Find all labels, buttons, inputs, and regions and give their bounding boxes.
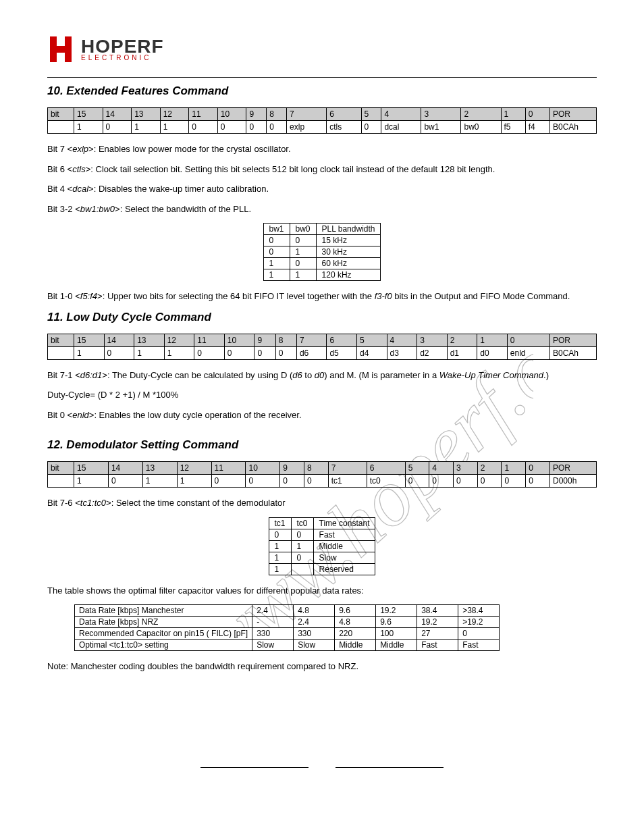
logo-main: HOPERF — [81, 37, 164, 56]
section-12-tc-table: tc1tc0Time constant00Fast11Middle10Slow1… — [269, 517, 376, 575]
svg-rect-3 — [50, 46, 72, 53]
logo: HOPERF ELECTRONIC — [47, 34, 597, 65]
section-10-bit-table: bit1514131211109876543210POR 10110000exl… — [47, 107, 597, 134]
section-11-formula: Duty-Cycle= (D * 2 +1) / M *100% — [47, 389, 597, 401]
section-10-bit4: Bit 4 <dcal>: Disables the wake-up timer… — [47, 183, 597, 195]
section-10-bit6: Bit 6 <ctls>: Clock tail selection bit. … — [47, 163, 597, 176]
section-12-note: Note: Manchester coding doubles the band… — [47, 660, 597, 673]
section-11-bit71: Bit 7-1 <d6:d1>: The Duty-Cycle can be c… — [47, 369, 597, 382]
section-12-bit76: Bit 7-6 <tc1:tc0>: Select the time const… — [47, 497, 597, 509]
logo-sub: ELECTRONIC — [81, 55, 164, 61]
section-11-bit-table: bit1514131211109876543210POR 10110000d6d… — [47, 334, 597, 360]
header-rule — [47, 77, 597, 78]
section-12-bit-table: bit1514131211109876543210POR 10110000tc1… — [47, 461, 597, 488]
section-12-heading: 12. Demodulator Setting Command — [47, 438, 597, 452]
logo-icon — [47, 34, 78, 65]
section-10-heading: 10. Extended Features Command — [47, 84, 597, 98]
section-10-bit32: Bit 3-2 <bw1:bw0>: Select the bandwidth … — [47, 203, 597, 215]
section-12-p2: The table shows the optimal filter capac… — [47, 585, 597, 597]
section-11-heading: 11. Low Duty Cycle Command — [47, 311, 597, 324]
section-12-rate-table: Data Rate [kbps] Manchester2.44.89.619.2… — [74, 604, 500, 651]
section-11-bit0: Bit 0 <enld>: Enables the low duty cycle… — [47, 409, 597, 421]
section-10-bit10: Bit 1-0 <f5:f4>: Upper two bits for sele… — [47, 290, 597, 303]
section-10-bit7: Bit 7 <exlp>: Enables low power mode for… — [47, 143, 597, 155]
section-10-bw-table: bw1bw0PLL bandwidth0015 kHz0130 kHz1060 … — [263, 223, 381, 281]
footer-lines — [47, 767, 597, 768]
